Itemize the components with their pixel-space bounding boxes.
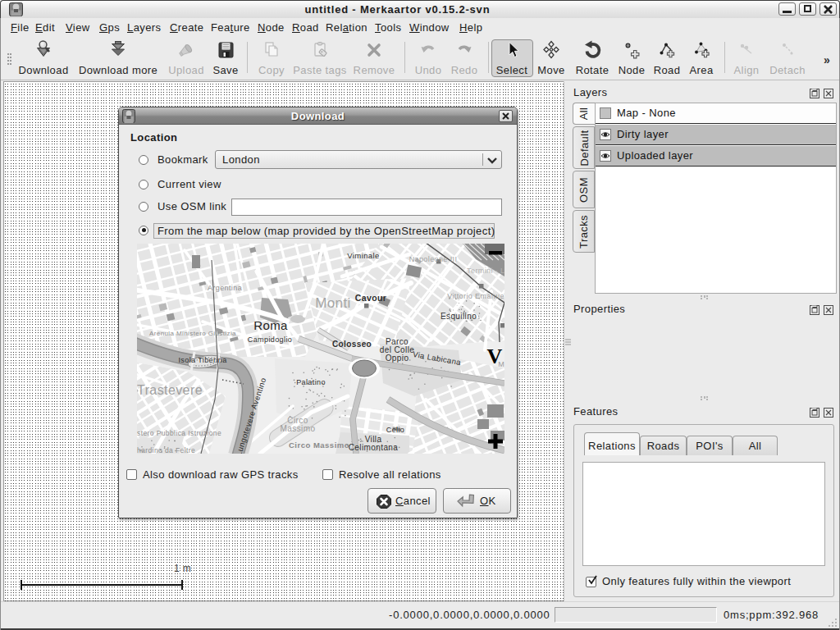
svg-text:Viminale: Viminale (347, 251, 379, 260)
svg-text:Monti: Monti (315, 295, 351, 311)
svg-text:Argentina: Argentina (208, 284, 242, 292)
svg-text:Trastevere: Trastevere (137, 383, 203, 397)
svg-text:Celio: Celio (386, 426, 405, 434)
svg-text:Ma: Ma (498, 360, 504, 368)
svg-text:Roma: Roma (253, 318, 288, 332)
svg-text:Napoleone III: Napoleone III (409, 255, 458, 263)
svg-text:Termini - La: Termini - La (467, 267, 504, 275)
svg-text:Vittorio Emanuele: Vittorio Emanuele (447, 292, 504, 300)
svg-text:Massimo: Massimo (281, 424, 316, 433)
svg-text:Esquilino: Esquilino (441, 312, 477, 321)
svg-text:Isola Tiberina: Isola Tiberina (178, 356, 226, 364)
svg-text:Arenula Ministero Giustizia: Arenula Ministero Giustizia (149, 330, 236, 337)
svg-text:hardino da Feltre: hardino da Feltre (137, 446, 195, 454)
svg-text:stero Pubblica Istruzione: stero Pubblica Istruzione (137, 429, 221, 437)
svg-text:Oppio: Oppio (386, 354, 409, 363)
svg-text:Palatino: Palatino (296, 378, 326, 386)
svg-text:Colosseo: Colosseo (332, 340, 372, 349)
svg-text:Campidoglio: Campidoglio (248, 336, 292, 344)
svg-text:Celimontana: Celimontana (349, 443, 399, 452)
svg-text:Cavour: Cavour (355, 293, 387, 303)
svg-text:Circo Massimo: Circo Massimo (289, 441, 349, 450)
